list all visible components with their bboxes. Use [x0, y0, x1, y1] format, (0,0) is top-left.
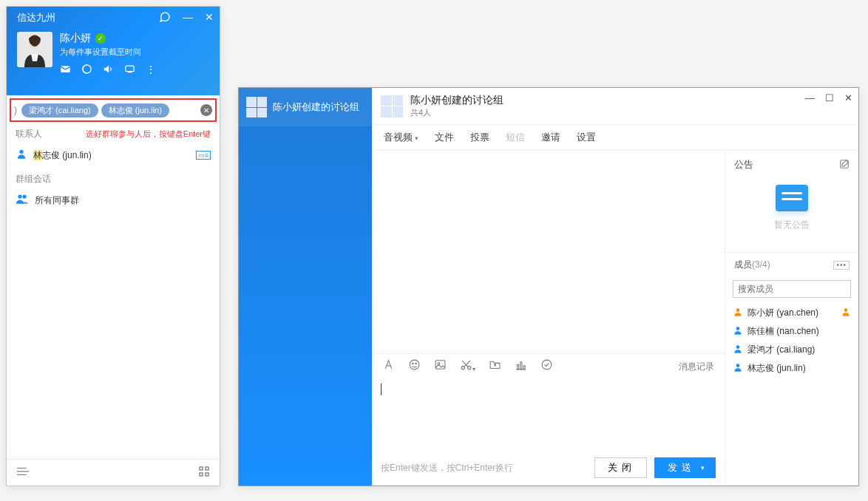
svg-point-6: [22, 194, 26, 198]
minimize-icon[interactable]: —: [183, 11, 193, 25]
chart-icon[interactable]: [515, 358, 527, 375]
chat-window: 陈小妍创建的讨论组 陈小妍创建的讨论组 共4人 — ☐ ✕ 音视频▾ 文件 投票…: [238, 87, 859, 486]
svg-point-16: [416, 363, 416, 364]
members-label: 成员(3/4): [734, 259, 770, 271]
menu-file[interactable]: 文件: [435, 131, 454, 144]
svg-rect-24: [523, 366, 525, 369]
minimize-icon[interactable]: —: [805, 92, 815, 103]
send-button[interactable]: 发送▾: [654, 457, 716, 478]
svg-rect-10: [200, 467, 203, 470]
svg-rect-13: [206, 473, 208, 476]
chat-main: 陈小妍创建的讨论组 共4人 — ☐ ✕ 音视频▾ 文件 投票 短信 邀请 设置: [372, 88, 858, 485]
member-item[interactable]: 陈小妍 (yan.chen): [730, 304, 854, 322]
search-chip[interactable]: 梁鸿才 (cai.liang): [21, 103, 98, 117]
svg-point-4: [19, 150, 23, 154]
image-icon[interactable]: [434, 358, 447, 375]
svg-point-27: [736, 308, 740, 312]
menu-icon[interactable]: [17, 466, 29, 480]
chat-thread: ▾ 消息记录 按Enter键发送，按Ctrl+Enter换行 关闭 发送▾: [372, 151, 725, 485]
close-icon[interactable]: ✕: [844, 92, 852, 103]
svg-point-5: [18, 194, 21, 198]
svg-rect-22: [518, 365, 519, 369]
folder-icon[interactable]: [489, 358, 501, 375]
user-status-text: 为每件事设置截至时间: [60, 47, 209, 58]
emoji-icon[interactable]: [408, 358, 421, 375]
maximize-icon[interactable]: ☐: [825, 92, 834, 103]
member-name: 梁鸿才 (cai.liang): [747, 344, 815, 356]
person-icon: [733, 362, 743, 375]
chat-title: 陈小妍创建的讨论组: [410, 94, 503, 107]
members-more-icon[interactable]: •••: [833, 261, 850, 270]
sound-icon[interactable]: [103, 64, 114, 77]
member-search[interactable]: [733, 280, 851, 298]
chat-titlebar: 陈小妍创建的讨论组 共4人 — ☐ ✕: [372, 88, 858, 125]
chat-messages-area[interactable]: [372, 151, 725, 353]
close-icon[interactable]: ✕: [205, 11, 214, 25]
mail-icon[interactable]: [60, 64, 71, 77]
member-search-input[interactable]: [733, 280, 851, 298]
contact-body: 联系人 选好群聊参与人后，按键盘Enter键 林志俊 (jun.lin) ▭≡ …: [7, 122, 220, 459]
avatar[interactable]: [17, 32, 52, 67]
input-hint: 按Enter键发送，按Ctrl+Enter换行: [381, 462, 513, 474]
chat-bubble-icon[interactable]: [159, 11, 171, 25]
svg-point-30: [736, 345, 740, 349]
profile-block: 陈小妍 ✓ 为每件事设置截至时间 ⋮: [7, 29, 220, 81]
search-chip-box[interactable]: 梁鸿才 (cai.liang) 林志俊 (jun.lin) ✕: [10, 98, 217, 122]
search-chip[interactable]: 林志俊 (jun.lin): [101, 103, 169, 117]
more-icon[interactable]: ⋮: [146, 64, 156, 77]
svg-point-25: [542, 360, 552, 369]
task-icon[interactable]: [540, 358, 553, 375]
menu-sms: 短信: [506, 131, 525, 144]
edit-icon[interactable]: [839, 159, 850, 171]
message-history-link[interactable]: 消息记录: [679, 361, 714, 373]
user-name-row: 陈小妍 ✓: [60, 32, 209, 45]
app-title: 信达九州: [13, 8, 60, 27]
svg-point-29: [736, 327, 740, 330]
contact-item[interactable]: 林志俊 (jun.lin) ▭≡: [7, 143, 220, 167]
member-name: 陈佳楠 (nan.chen): [747, 325, 819, 338]
contact-item-name: 林志俊 (jun.lin): [33, 149, 190, 162]
broadcast-icon[interactable]: [81, 64, 92, 77]
svg-rect-23: [521, 362, 522, 369]
group-item[interactable]: 所有同事群: [7, 188, 220, 212]
menu-av[interactable]: 音视频▾: [384, 131, 418, 144]
menu-settings[interactable]: 设置: [577, 131, 596, 144]
announcement-label: 公告: [734, 158, 753, 171]
svg-point-15: [413, 363, 413, 364]
member-item[interactable]: 陈佳楠 (nan.chen): [730, 322, 854, 341]
group-icon: [16, 193, 29, 208]
chat-input[interactable]: [372, 379, 725, 453]
svg-point-19: [461, 367, 464, 369]
contact-window: 信达九州 — ✕ 陈小妍 ✓ 为每件事设置截至时间: [6, 6, 220, 486]
close-button[interactable]: 关闭: [594, 457, 647, 478]
menu-invite[interactable]: 邀请: [541, 131, 560, 144]
svg-point-31: [736, 364, 740, 367]
message-icon[interactable]: [124, 64, 135, 77]
user-name: 陈小妍: [60, 32, 91, 45]
person-icon: [733, 325, 743, 338]
svg-point-14: [410, 360, 419, 369]
enter-hint: 选好群聊参与人后，按键盘Enter键: [86, 129, 211, 140]
announcement-empty-icon: [776, 185, 808, 211]
apps-grid-icon[interactable]: [199, 466, 209, 480]
member-item[interactable]: 林志俊 (jun.lin): [730, 359, 854, 378]
member-name: 林志俊 (jun.lin): [747, 362, 806, 375]
member-list: 陈小妍 (yan.chen) 陈佳楠 (nan.chen) 梁鸿才 (cai.l…: [725, 301, 858, 381]
chat-session-tab[interactable]: 陈小妍创建的讨论组: [239, 88, 372, 126]
chat-actions: 按Enter键发送，按Ctrl+Enter换行 关闭 发送▾: [372, 453, 725, 485]
person-icon: [16, 148, 27, 163]
chat-session-sidebar: 陈小妍创建的讨论组: [239, 88, 372, 485]
member-item[interactable]: 梁鸿才 (cai.liang): [730, 341, 854, 359]
section-contacts-label: 联系人: [16, 128, 42, 140]
svg-rect-11: [206, 467, 208, 470]
contact-footer: [7, 459, 220, 485]
cut-icon[interactable]: ▾: [460, 358, 475, 375]
chat-side-panel: 公告 暂无公告 成员(3/4) •••: [725, 151, 858, 485]
font-icon[interactable]: [382, 358, 395, 375]
svg-rect-17: [435, 361, 445, 369]
menu-vote[interactable]: 投票: [470, 131, 489, 144]
chat-input-toolbar: ▾ 消息记录: [372, 353, 725, 379]
vcard-icon[interactable]: ▭≡: [196, 151, 211, 160]
clear-chips-icon[interactable]: ✕: [200, 104, 212, 116]
group-item-name: 所有同事群: [35, 194, 211, 207]
